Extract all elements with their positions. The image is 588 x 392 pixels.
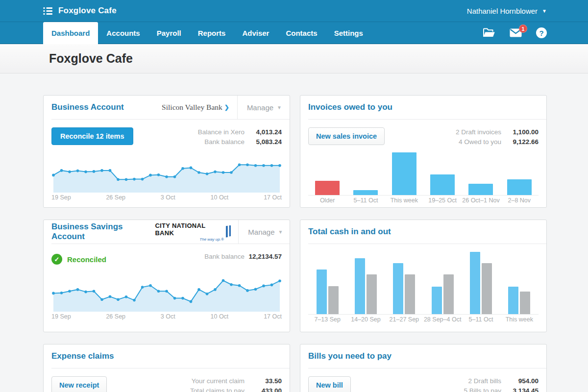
inbox-button[interactable]: 1 <box>510 28 522 37</box>
stat-row: Bank balance 12,2134.57 <box>204 253 282 260</box>
chevron-down-icon: ▼ <box>278 229 283 235</box>
x-axis-label: 26 Oct–1 Nov <box>462 197 500 204</box>
new-receipt-button[interactable]: New receipt <box>51 376 107 392</box>
bar[interactable] <box>430 174 455 195</box>
stat-row: Balance in Xero 4,013.24 <box>198 128 282 136</box>
folder-icon <box>483 28 495 38</box>
cash-in-bar[interactable] <box>508 287 518 314</box>
stat-row: 4 Owed to you 9,122.66 <box>459 138 539 146</box>
user-menu[interactable]: Nathaniel Hornblower ▼ <box>467 7 547 15</box>
cash-in-bar[interactable] <box>355 258 365 314</box>
cash-in-bar[interactable] <box>393 263 403 314</box>
reconcile-button[interactable]: Reconcile 12 items <box>51 127 133 145</box>
cash-out-bar[interactable] <box>520 292 530 314</box>
new-sales-invoice-button[interactable]: New sales invoice <box>308 127 385 145</box>
x-axis: 19 Sep26 Sep3 Oct10 Oct17 Oct <box>51 194 282 201</box>
cash-out-bar[interactable] <box>443 274 454 314</box>
invoices-card: Invoices owed to you New sales invoice 2… <box>300 95 547 208</box>
x-axis-label: 5–11 Oct <box>346 197 385 204</box>
data-point <box>117 298 120 301</box>
page-title: Foxglove Cafe <box>49 51 133 66</box>
data-point <box>165 175 168 178</box>
chevron-down-icon: ▼ <box>542 8 547 14</box>
help-button[interactable]: ? <box>536 27 547 38</box>
data-point <box>52 174 55 177</box>
data-point <box>222 279 225 282</box>
data-point <box>52 292 55 295</box>
balance-sparkline <box>51 154 282 193</box>
bar[interactable] <box>392 152 416 195</box>
new-bill-button[interactable]: New bill <box>308 376 351 392</box>
cash-grouped-bar-chart <box>308 252 539 315</box>
x-axis-label: 2–8 Nov <box>500 197 539 204</box>
data-point <box>238 164 241 167</box>
bar[interactable] <box>468 184 493 195</box>
bar[interactable] <box>353 190 378 195</box>
data-point <box>238 284 241 287</box>
stat-row: Your current claim 33.50 <box>192 377 282 385</box>
tab-dashboard[interactable]: Dashboard <box>43 22 98 44</box>
stat-row: 5 Bills to pay 3,134.45 <box>464 387 539 392</box>
tab-accounts[interactable]: Accounts <box>98 22 148 44</box>
manage-dropdown[interactable]: Manage ▼ <box>237 96 290 119</box>
tab-settings[interactable]: Settings <box>326 22 371 44</box>
data-point <box>173 297 176 300</box>
cash-out-bar[interactable] <box>367 274 377 314</box>
manage-dropdown[interactable]: Manage ▼ <box>238 220 290 244</box>
bar[interactable] <box>507 179 532 195</box>
bar-column <box>315 152 340 195</box>
cash-in-out-card: Total cash in and out 7–13 Sep14–20 Sep2… <box>300 220 547 332</box>
data-point <box>173 175 176 178</box>
data-point <box>262 164 265 167</box>
x-axis-label: 5–11 Oct <box>462 316 500 323</box>
cash-out-bar[interactable] <box>405 274 415 314</box>
stat-row: 2 Draft bills 954.00 <box>468 377 539 385</box>
data-point <box>197 171 200 174</box>
balance-sparkline <box>51 273 282 312</box>
silicon-valley-bank-logo[interactable]: Silicon Valley Bank ❯ <box>162 103 237 112</box>
x-axis-label: 10 Oct <box>211 194 229 201</box>
bar[interactable] <box>315 181 340 195</box>
card-title: Business Account <box>51 102 124 112</box>
card-title: Total cash in and out <box>308 227 391 237</box>
data-point <box>93 170 96 173</box>
chevron-right-icon: ❯ <box>224 104 229 111</box>
data-point <box>278 279 281 282</box>
bar-column <box>468 152 493 195</box>
data-point <box>76 170 79 172</box>
data-point <box>84 291 87 294</box>
tab-payroll[interactable]: Payroll <box>148 22 190 44</box>
status-label: Reconciled <box>67 255 106 264</box>
page-header: Foxglove Cafe <box>0 44 588 74</box>
brand[interactable]: Foxglove Cafe <box>43 6 117 16</box>
data-point <box>60 169 63 172</box>
data-point <box>254 288 257 291</box>
cash-in-bar[interactable] <box>470 252 480 314</box>
city-national-bank-logo[interactable]: CITY NATIONAL BANK The way up.® <box>155 222 238 242</box>
data-point <box>141 286 144 289</box>
tab-reports[interactable]: Reports <box>190 22 234 44</box>
cash-in-bar[interactable] <box>317 270 327 314</box>
data-point <box>157 173 160 176</box>
data-point <box>125 178 128 181</box>
tab-contacts[interactable]: Contacts <box>277 22 325 44</box>
invoices-bar-chart <box>308 152 539 196</box>
inbox-count-badge: 1 <box>519 24 527 33</box>
x-axis-label: 17 Oct <box>264 313 282 320</box>
bar-group <box>470 252 492 314</box>
data-point <box>100 169 103 172</box>
x-axis-label: 19 Sep <box>51 313 71 320</box>
data-point <box>206 293 209 295</box>
data-point <box>190 300 193 303</box>
x-axis-label: 3 Oct <box>161 194 175 201</box>
tab-adviser[interactable]: Adviser <box>234 22 277 44</box>
files-button[interactable] <box>483 28 495 38</box>
card-title: Invoices owed to you <box>308 102 392 112</box>
data-point <box>93 290 96 293</box>
cash-out-bar[interactable] <box>328 286 339 314</box>
x-axis-label: 21–27 Sep <box>385 316 423 323</box>
cash-out-bar[interactable] <box>482 263 492 314</box>
data-point <box>149 284 152 287</box>
data-point <box>84 171 87 173</box>
cash-in-bar[interactable] <box>432 287 442 314</box>
